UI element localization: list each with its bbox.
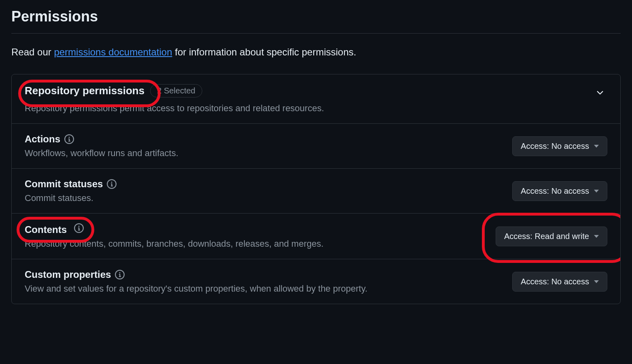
chevron-down-icon — [595, 87, 605, 99]
panel-subtitle: Repository permissions permit access to … — [25, 103, 595, 114]
permission-title: Actions — [25, 133, 60, 145]
intro-suffix: for information about specific permissio… — [172, 47, 356, 57]
info-icon[interactable] — [64, 134, 74, 144]
caret-down-icon — [594, 235, 599, 238]
permissions-documentation-link[interactable]: permissions documentation — [54, 47, 172, 57]
caret-down-icon — [594, 280, 599, 283]
permission-title: Contents — [25, 224, 67, 235]
permission-description: View and set values for a repository's c… — [25, 284, 512, 294]
access-label: Access: Read and write — [504, 232, 589, 241]
access-label: Access: No access — [521, 142, 589, 151]
access-dropdown-contents[interactable]: Access: Read and write — [496, 226, 607, 246]
selected-count-badge: 2 Selected — [150, 84, 202, 97]
permission-row-commit-statuses: Commit statuses Commit statuses. Access:… — [12, 169, 620, 214]
permission-description: Workflows, workflow runs and artifacts. — [25, 148, 512, 159]
intro-text: Read our permissions documentation for i… — [11, 34, 621, 74]
page-title: Permissions — [11, 0, 621, 34]
access-label: Access: No access — [521, 186, 589, 196]
permission-row-actions: Actions Workflows, workflow runs and art… — [12, 124, 620, 169]
permission-row-contents: Contents Repository contents, commits, b… — [12, 214, 620, 259]
access-label: Access: No access — [521, 277, 589, 286]
caret-down-icon — [594, 190, 599, 193]
panel-title: Repository permissions — [25, 85, 144, 97]
info-icon[interactable] — [74, 223, 84, 233]
access-dropdown-actions[interactable]: Access: No access — [512, 136, 607, 156]
access-dropdown-commit-statuses[interactable]: Access: No access — [512, 181, 607, 201]
permission-title: Custom properties — [25, 269, 111, 280]
permission-description: Commit statuses. — [25, 193, 512, 203]
repository-permissions-panel: Repository permissions 2 Selected Reposi… — [11, 74, 621, 304]
access-dropdown-custom-properties[interactable]: Access: No access — [512, 272, 607, 292]
permission-title: Commit statuses — [25, 178, 103, 190]
info-icon[interactable] — [107, 179, 117, 189]
permission-description: Repository contents, commits, branches, … — [25, 239, 496, 249]
caret-down-icon — [594, 145, 599, 148]
panel-header[interactable]: Repository permissions 2 Selected Reposi… — [12, 74, 620, 124]
info-icon[interactable] — [115, 270, 125, 279]
permission-row-custom-properties: Custom properties View and set values fo… — [12, 259, 620, 304]
intro-prefix: Read our — [11, 47, 54, 57]
